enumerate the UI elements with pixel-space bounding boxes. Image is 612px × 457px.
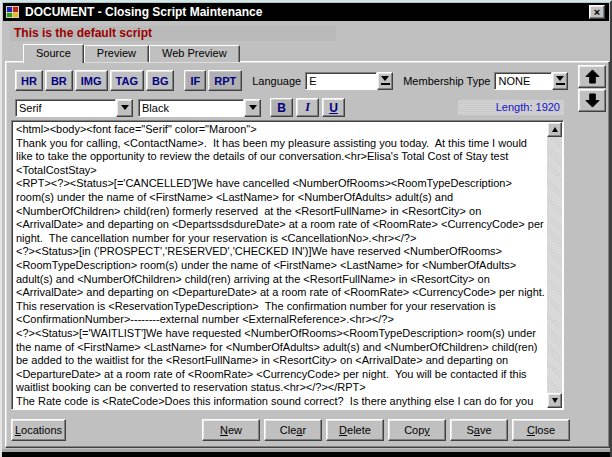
scrollbar-up-icon[interactable]	[547, 122, 562, 137]
bottom-black-band	[2, 452, 612, 457]
source-tab-panel: HR BR IMG TAG BG IF RPT Language E Membe…	[5, 61, 610, 448]
hr-tag-button[interactable]: HR	[15, 70, 43, 91]
close-button[interactable]: Close	[512, 419, 570, 441]
font-family-select[interactable]: Serif	[15, 99, 116, 117]
tab-preview[interactable]: Preview	[84, 45, 149, 62]
delete-button[interactable]: Delete	[326, 419, 384, 441]
move-down-icon[interactable]	[578, 89, 606, 112]
membership-type-input[interactable]: NONE	[494, 72, 552, 90]
italic-button[interactable]: I	[296, 98, 319, 117]
length-value: 1920	[536, 101, 560, 113]
script-text[interactable]: <html><body><font face="Serif" color="Ma…	[13, 122, 547, 408]
length-indicator: Length: 1920	[458, 100, 564, 115]
clear-button[interactable]: Clear	[264, 419, 322, 441]
language-label: Language	[252, 75, 301, 87]
scrollbar-down-icon[interactable]	[547, 393, 562, 408]
bg-tag-button[interactable]: BG	[146, 70, 175, 91]
tab-web-preview[interactable]: Web Preview	[149, 45, 240, 62]
membership-dropdown-icon[interactable]	[552, 72, 568, 90]
close-icon[interactable]: ×	[589, 5, 605, 19]
br-tag-button[interactable]: BR	[45, 70, 73, 91]
language-dropdown-icon[interactable]	[377, 72, 393, 90]
editor-scrollbar[interactable]	[547, 122, 562, 408]
command-bar: Locations New Clear Delete Copy Save Clo…	[6, 419, 609, 443]
title-bar: DOCUMENT - Closing Script Maintenance ×	[3, 3, 609, 21]
font-color-select[interactable]: Black	[138, 99, 244, 117]
app-icon	[6, 5, 20, 19]
locations-button[interactable]: Locations	[11, 419, 66, 441]
bold-button[interactable]: B	[270, 98, 293, 117]
save-button[interactable]: Save	[450, 419, 508, 441]
script-editor[interactable]: <html><body><font face="Serif" color="Ma…	[11, 120, 564, 410]
move-up-icon[interactable]	[578, 65, 606, 88]
tag-toolbar: HR BR IMG TAG BG IF RPT Language E Membe…	[15, 70, 568, 91]
language-input[interactable]: E	[305, 72, 377, 90]
reorder-controls	[578, 65, 606, 113]
tab-strip: Source Preview Web Preview	[23, 44, 240, 62]
window-title: DOCUMENT - Closing Script Maintenance	[25, 5, 262, 19]
copy-button[interactable]: Copy	[388, 419, 446, 441]
default-script-banner: This is the default script	[10, 26, 336, 41]
closing-script-maintenance-window: DOCUMENT - Closing Script Maintenance × …	[0, 0, 612, 457]
rpt-tag-button[interactable]: RPT	[208, 70, 242, 91]
new-button[interactable]: New	[202, 419, 260, 441]
font-family-dropdown-icon[interactable]	[116, 99, 133, 117]
font-color-dropdown-icon[interactable]	[244, 99, 261, 117]
font-toolbar: Serif Black B I U	[15, 98, 348, 117]
membership-type-label: Membership Type	[403, 75, 490, 87]
if-tag-button[interactable]: IF	[184, 70, 206, 91]
underline-button[interactable]: U	[322, 98, 345, 117]
tag-tag-button[interactable]: TAG	[110, 70, 144, 91]
tab-source[interactable]: Source	[23, 44, 84, 63]
img-tag-button[interactable]: IMG	[75, 70, 108, 91]
